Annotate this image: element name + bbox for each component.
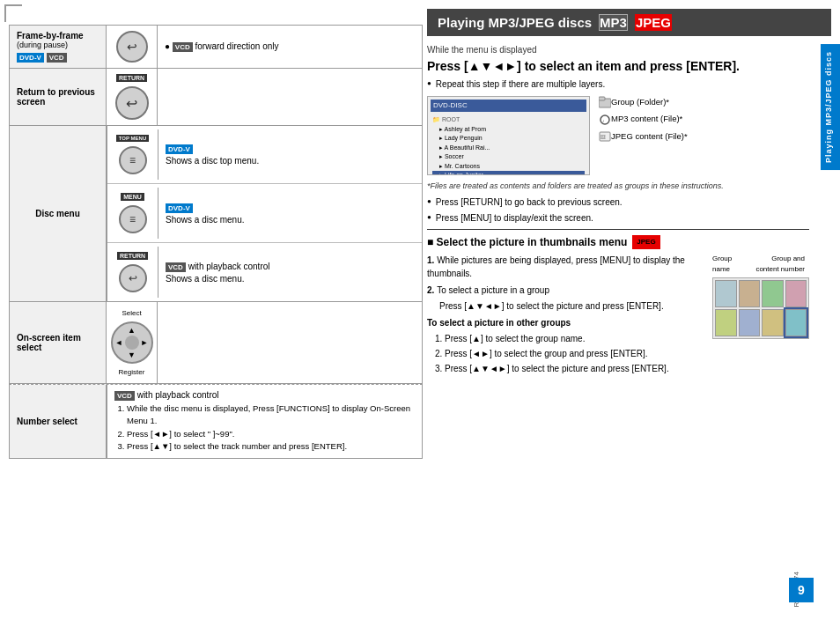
- corner-mark-tl: [4, 4, 22, 22]
- footnote: *Files are treated as contents and folde…: [427, 181, 809, 193]
- jpeg-icon: 🖼: [599, 130, 611, 143]
- return-vcd-label: RETURN: [117, 252, 148, 260]
- page-container: Frame-by-frame (during pause) DVD-V VCD …: [0, 0, 840, 620]
- step3-list: Press [▲] to select the group name. Pres…: [445, 332, 704, 375]
- thumb-2: [739, 280, 761, 307]
- jpeg-section-badge: JPEG: [632, 235, 659, 249]
- disc-menu-row: Disc menu TOP MENU ≡ DVD-V Shows a disc …: [9, 125, 423, 302]
- annotation-row: Group name Group and content number: [712, 254, 809, 275]
- legend-jpeg: 🖼 JPEG content (File)*: [599, 130, 809, 143]
- number-select-label: Number select: [10, 385, 107, 458]
- thumbnail-area: Group name Group and content number: [712, 254, 809, 339]
- page-number: 9: [789, 578, 814, 602]
- bullet1: Repeat this step if there are multiple l…: [427, 78, 809, 91]
- on-screen-label: On-screen item select: [10, 302, 107, 383]
- top-menu-button[interactable]: ≡: [119, 146, 147, 174]
- top-menu-desc: DVD-V Shows a disc top menu.: [158, 129, 422, 180]
- legend-group: Group (Folder)*: [599, 96, 809, 108]
- side-tab: Playing MP3/JPEG discs: [821, 44, 840, 170]
- thumb-6: [739, 309, 761, 336]
- thumb-1: [715, 280, 737, 307]
- thumb-3: [762, 280, 784, 307]
- mp3-legend-text: MP3 content (File)*: [611, 113, 682, 125]
- thumbnail-grid: [712, 277, 809, 339]
- return-desc: [158, 69, 422, 125]
- thumbnail-instructions: 1. While pictures are being displayed, p…: [427, 254, 704, 377]
- select-label: Select: [122, 309, 141, 317]
- disc-menu-label: Disc menu: [10, 126, 107, 301]
- content-area: While the menu is displayed Press [▲▼◄►]…: [427, 43, 831, 611]
- frame-icon-area: ↩: [107, 26, 158, 68]
- thumb-5: [715, 309, 737, 336]
- section-title: ■ Select the picture in thumbnails menu …: [427, 234, 809, 250]
- thumb-4: [785, 280, 807, 307]
- menu-button[interactable]: ≡: [119, 205, 147, 233]
- group-legend-text: Group (Folder)*: [611, 96, 669, 108]
- left-panel: Frame-by-frame (during pause) DVD-V VCD …: [0, 0, 423, 620]
- svg-rect-1: [599, 97, 605, 100]
- return-button[interactable]: ↩: [115, 86, 149, 120]
- frame-by-frame-label: Frame-by-frame (during pause) DVD-V VCD: [10, 26, 107, 68]
- top-menu-icon-area: TOP MENU ≡: [107, 129, 158, 180]
- return-row: Return to previous screen RETURN ↩: [9, 68, 423, 126]
- register-label: Register: [119, 368, 145, 376]
- vcd-badge: VCD: [47, 53, 67, 63]
- folder-icon: [599, 96, 611, 108]
- return-icon-label: RETURN: [116, 74, 147, 82]
- title-bar: Playing MP3/JPEG discs MP3 JPEG: [427, 9, 831, 36]
- return-label: Return to previous screen: [10, 69, 107, 125]
- menu-label: MENU: [121, 193, 144, 201]
- frame-desc: ● VCD forward direction only: [158, 26, 422, 68]
- mp3-title-badge: MP3: [599, 14, 628, 31]
- bullet-return: Press [RETURN] to go back to previous sc…: [427, 196, 809, 209]
- return-vcd-icon-area: RETURN ↩: [107, 247, 158, 298]
- number-select-desc: VCD with playback control While the disc…: [107, 385, 422, 458]
- mp3-icon: ♪: [599, 114, 611, 126]
- thumbnail-section: 1. While pictures are being displayed, p…: [427, 254, 809, 377]
- return-icon-area: RETURN ↩: [107, 69, 158, 125]
- step1-label: 1.: [427, 255, 437, 265]
- right-panel: Playing MP3/JPEG discs MP3 JPEG While th…: [423, 0, 840, 620]
- vcd-badge-inline: VCD: [173, 42, 193, 52]
- thumb-8-selected: [785, 309, 807, 336]
- step2-label: 2.: [427, 285, 437, 295]
- jpeg-title-badge: JPEG: [635, 14, 672, 31]
- svg-text:🖼: 🖼: [601, 135, 606, 140]
- main-instruction: Press [▲▼◄►] to select an item and press…: [427, 58, 809, 74]
- section-divider: [427, 229, 809, 230]
- frame-by-frame-row: Frame-by-frame (during pause) DVD-V VCD …: [9, 25, 423, 69]
- top-menu-label: TOP MENU: [116, 135, 149, 142]
- dir-tree: DVD-DISC 📁 ROOT ▸ Ashley at Prom ▸ Lady …: [427, 96, 590, 175]
- return-button-icon[interactable]: ↩: [116, 31, 148, 63]
- return-vcd-desc: VCD with playback control Shows a disc m…: [158, 247, 422, 298]
- dir-area: DVD-DISC 📁 ROOT ▸ Ashley at Prom ▸ Lady …: [427, 96, 809, 175]
- number-select-row: Number select VCD with playback control …: [9, 384, 423, 459]
- thumb-7: [762, 309, 784, 336]
- on-screen-row: On-screen item select Select ▲ ▼ ◄ ► Reg…: [9, 301, 423, 384]
- page-title: Playing MP3/JPEG discs: [438, 15, 592, 30]
- menu-icon-area: MENU ≡: [107, 188, 158, 239]
- bullet-menu: Press [MENU] to display/exit the screen.: [427, 211, 809, 225]
- legend-area: Group (Folder)* ♪ MP3 content (File)* 🖼: [599, 96, 809, 147]
- legend-mp3: ♪ MP3 content (File)*: [599, 113, 809, 125]
- svg-text:♪: ♪: [602, 118, 605, 123]
- dvdv-badge: DVD-V: [17, 53, 44, 63]
- on-screen-icon-area: Select ▲ ▼ ◄ ► Register: [107, 302, 158, 383]
- step2-sub: Press [▲▼◄►] to select the picture and p…: [439, 299, 704, 313]
- dir-tree-header: DVD-DISC: [431, 100, 586, 112]
- nav-circle[interactable]: ▲ ▼ ◄ ►: [111, 321, 153, 364]
- step3-label: To select a picture in other groups: [427, 318, 571, 328]
- return-vcd-button[interactable]: ↩: [119, 264, 147, 292]
- subtitle: While the menu is displayed: [427, 43, 809, 56]
- menu-desc: DVD-V Shows a disc menu.: [158, 188, 422, 239]
- on-screen-desc: [158, 302, 422, 383]
- jpeg-legend-text: JPEG content (File)*: [611, 130, 688, 143]
